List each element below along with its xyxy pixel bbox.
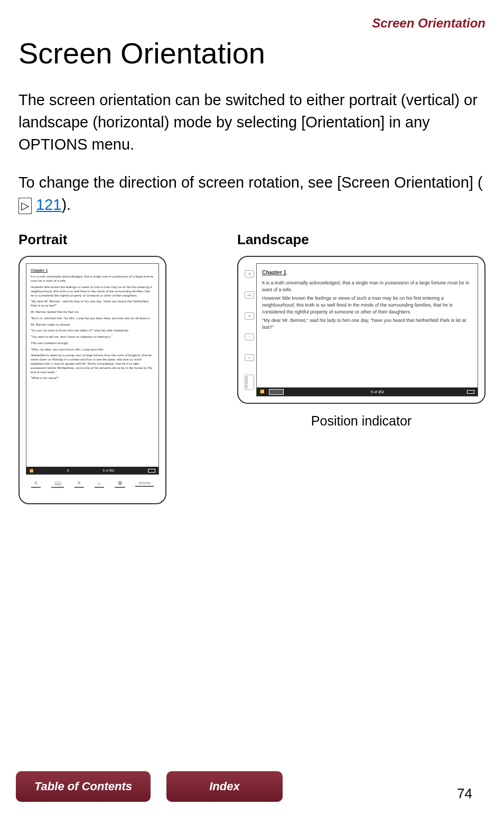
sample-line: It is a truth universally acknowledged, … [31,275,154,283]
chapter-heading: Chapter 1 [31,268,154,273]
prev-button-icon: < [31,479,41,488]
landscape-device-illustration: ∧ 📖 ∨ → ⌂ OPTIONS Chapter 1 It is a trut… [237,256,486,404]
sample-line: "My dear Mr. Bennet," said his lady to h… [262,317,472,330]
illustrations-row: Portrait Chapter 1 It is a truth univers… [18,232,486,504]
down-button-icon: ∨ [245,312,254,320]
sample-line: "Why, my dear, you must know, Mrs. Long … [31,348,154,352]
battery-icon [148,469,155,473]
book-button-icon: 📖 [245,291,254,299]
zoom-button-icon: ⊕ [115,479,125,488]
sample-line: Netherfield is taken by a young man of l… [31,354,154,374]
landscape-screen: Chapter 1 It is a truth universally ackn… [256,263,478,396]
portrait-screen: Chapter 1 It is a truth universally ackn… [26,263,159,475]
signal-icon: 📶 [260,390,265,394]
s-icon: S [67,469,69,472]
next-button-icon: > [74,479,84,488]
home-button-icon: ⌂ [95,479,104,488]
page-title: Screen Orientation [18,36,486,70]
ref-text-pre: To change the direction of screen rotati… [18,174,483,191]
position-indicator-caption: Position indicator [237,413,486,429]
page-ref-icon: ▷ [18,198,32,214]
toc-button[interactable]: Table of Contents [16,771,151,802]
options-button-label: OPTIONS [245,375,254,390]
landscape-hw-buttons: ∧ 📖 ∨ → ⌂ OPTIONS [245,263,254,396]
arrow-button-icon: → [245,334,254,340]
sample-line: Mr. Bennet replied that he had not. [31,310,154,315]
landscape-heading: Landscape [237,232,486,248]
page-link-121[interactable]: 121 [36,196,61,213]
landscape-status-bar: 📶 5 of 352 [257,387,478,396]
portrait-device-illustration: Chapter 1 It is a truth universally ackn… [18,256,166,504]
index-button[interactable]: Index [166,771,283,802]
portrait-column: Portrait Chapter 1 It is a truth univers… [18,232,206,504]
position-indicator-bar [269,389,284,395]
sample-line: "My dear Mr. Bennet," said his lady to h… [31,300,154,308]
sample-line: It is a truth universally acknowledged, … [262,280,472,293]
sample-line: "But it is, returned she; "for Mrs. Long… [31,317,154,321]
section-header: Screen Orientation [18,16,486,31]
portrait-heading: Portrait [18,232,206,248]
signal-icon: 📶 [30,469,33,473]
sample-line: However little known the feelings or vie… [262,295,472,315]
home-button-icon: ⌂ [245,354,254,361]
sample-line: This was invitation enough. [31,341,154,346]
portrait-hw-buttons: < 📖 > ⌂ ⊕ OPTIONS [26,479,159,488]
landscape-sample-text: Chapter 1 It is a truth universally ackn… [262,269,472,330]
sample-line: "You want to tell me, and I have no obje… [31,335,154,339]
page-number: 74 [457,785,472,802]
battery-icon [467,390,474,394]
page-indicator: 5 of 352 [103,469,115,472]
options-button-label: OPTIONS [135,480,154,487]
chapter-heading: Chapter 1 [262,269,472,276]
sample-line: Mr. Bennet made no answer. [31,323,154,327]
bottom-navigation: Table of Contents Index [16,771,283,802]
up-button-icon: ∧ [245,270,254,278]
portrait-sample-text: Chapter 1 It is a truth universally ackn… [31,268,154,381]
landscape-column: Landscape ∧ 📖 ∨ → ⌂ OPTIONS Chapter 1 It… [237,232,486,504]
book-button-icon: 📖 [51,479,64,488]
sample-line: However little known the feelings or vie… [31,285,154,298]
intro-paragraph: The screen orientation can be switched t… [18,89,486,155]
portrait-status-bar: 📶 S 5 of 352 [26,467,158,474]
ref-text-post: ). [61,196,71,213]
sample-line: "What is his name?" [31,376,154,381]
sample-line: "Do you not want to know who has taken i… [31,329,154,333]
reference-paragraph: To change the direction of screen rotati… [18,171,486,216]
page-indicator: 5 of 352 [288,390,467,394]
